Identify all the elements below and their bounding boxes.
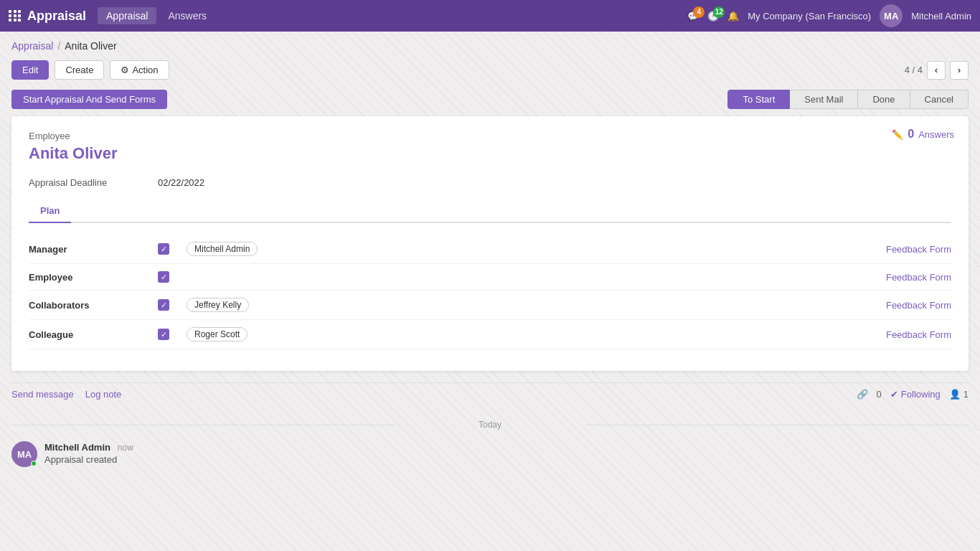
activity-icon[interactable]: 🕐 12 [707,11,719,22]
message-time: now [118,443,133,453]
send-message-link[interactable]: Send message [11,389,74,400]
avatar-initials: MA [17,449,32,460]
row-type-collaborators: Collaborators [29,300,158,311]
chatter: Today MA Mitchell Admin now Appraisal cr… [11,405,969,476]
row-person-collaborators: Jeffrey Kelly [187,298,808,312]
tab-plan[interactable]: Plan [29,199,71,223]
deadline-value: 02/22/2022 [158,177,204,188]
gear-icon: ⚙ [121,65,129,75]
edit-pen-icon: ✏️ [892,129,903,140]
person-tag-manager: Mitchell Admin [187,242,258,256]
start-appraisal-button[interactable]: Start Appraisal And Send Forms [11,90,167,109]
action-label: Action [132,65,158,75]
checkbox-manager: ✓ [158,243,169,255]
topnav: Appraisal Appraisal Answers 💬 4 🕐 12 🔔 M… [0,0,980,32]
main-card: ✏️ 0 Answers Employee Anita Oliver Appra… [11,116,969,371]
tabs: Plan [29,199,951,223]
plan-row-manager: Manager ✓ Mitchell Admin Feedback Form [29,235,951,264]
answers-button[interactable]: ✏️ 0 Answers [892,128,954,141]
create-button[interactable]: Create [55,60,104,80]
chatter-avatar: MA [11,441,37,467]
feedback-link-colleague[interactable]: Feedback Form [886,329,951,340]
breadcrumb: Appraisal / Anita Oliver [0,32,980,57]
paperclip-count: 0 [877,389,882,400]
answers-label: Answers [918,129,954,140]
bottom-right: 🔗 0 ✔ Following 👤 1 [857,389,969,400]
next-button[interactable]: › [950,61,969,80]
paperclip-icon: 🔗 [857,389,868,400]
stage-cancel[interactable]: Cancel [910,90,969,109]
pagination-text: 4 / 4 [905,65,923,75]
stage-sent-mail[interactable]: Sent Mail [789,90,858,109]
action-bar: Edit Create ⚙ Action 4 / 4 ‹ › [0,57,980,85]
log-note-link[interactable]: Log note [85,389,122,400]
activity-badge: 12 [713,6,725,18]
date-divider: Today [11,420,969,430]
row-form-manager: Feedback Form [808,243,951,255]
nav-appraisal[interactable]: Appraisal [98,7,156,24]
chatter-message: MA Mitchell Admin now Appraisal created [11,441,969,467]
employee-name: Anita Oliver [29,144,951,163]
feedback-link-employee[interactable]: Feedback Form [886,272,951,283]
person-tag-collaborators: Jeffrey Kelly [187,298,249,312]
row-form-collaborators: Feedback Form [808,299,951,311]
row-person-colleague: Roger Scott [187,327,808,342]
row-person-manager: Mitchell Admin [187,242,808,256]
checkmark-icon: ✔ [890,389,898,400]
person-icon: 👤 [949,389,961,400]
messages-badge: 4 [693,6,705,18]
row-type-employee: Employee [29,272,158,283]
row-form-colleague: Feedback Form [808,329,951,340]
user-avatar[interactable]: MA [880,4,903,27]
row-check-manager[interactable]: ✓ [158,243,187,255]
message-author: Mitchell Admin [44,442,110,453]
action-button[interactable]: ⚙ Action [110,60,169,80]
plan-row-colleague: Colleague ✓ Roger Scott Feedback Form [29,320,951,349]
row-check-colleague[interactable]: ✓ [158,329,187,340]
grid-icon [9,10,22,22]
pipeline-stages: To Start Sent Mail Done Cancel [727,90,969,109]
online-indicator [31,461,37,466]
followers-count: 👤 1 [949,389,969,400]
following-label: Following [901,389,941,400]
row-form-employee: Feedback Form [808,271,951,283]
feedback-link-manager[interactable]: Feedback Form [886,244,951,255]
deadline-row: Appraisal Deadline 02/22/2022 [29,177,951,188]
breadcrumb-separator: / [57,40,60,52]
user-name: Mitchell Admin [911,11,971,22]
plan-table: Manager ✓ Mitchell Admin Feedback Form E… [29,235,951,349]
nav-answers[interactable]: Answers [159,7,215,24]
plan-row-employee: Employee ✓ Feedback Form [29,264,951,291]
checkbox-employee: ✓ [158,271,169,283]
following-button[interactable]: ✔ Following [890,389,941,400]
row-check-collaborators[interactable]: ✓ [158,299,187,311]
edit-button[interactable]: Edit [11,60,49,80]
app-title: Appraisal [27,9,86,24]
answers-count: 0 [908,128,914,141]
breadcrumb-current: Anita Oliver [65,40,116,52]
breadcrumb-parent[interactable]: Appraisal [11,40,53,52]
stage-done[interactable]: Done [857,90,910,109]
checkbox-collaborators: ✓ [158,299,169,311]
checkbox-colleague: ✓ [158,329,169,340]
company-name: My Company (San Francisco) [748,11,871,22]
main-nav: Appraisal Answers [98,7,676,24]
row-check-employee[interactable]: ✓ [158,271,187,283]
plan-row-collaborators: Collaborators ✓ Jeffrey Kelly Feedback F… [29,291,951,320]
notifications-icon[interactable]: 🔔 [727,11,739,22]
pagination: 4 / 4 ‹ › [905,61,969,80]
app-logo[interactable]: Appraisal [9,9,86,24]
messages-icon[interactable]: 💬 4 [687,11,699,22]
prev-button[interactable]: ‹ [927,61,946,80]
chatter-content: Mitchell Admin now Appraisal created [44,441,133,465]
employee-field-label: Employee [29,131,951,141]
person-tag-colleague: Roger Scott [187,327,248,342]
row-type-manager: Manager [29,244,158,255]
topbar-right: 💬 4 🕐 12 🔔 My Company (San Francisco) MA… [687,4,971,27]
message-text: Appraisal created [44,454,133,465]
row-type-colleague: Colleague [29,329,158,340]
followers-number: 1 [963,389,969,400]
feedback-link-collaborators[interactable]: Feedback Form [886,300,951,311]
pipeline: Start Appraisal And Send Forms To Start … [0,85,980,116]
stage-to-start[interactable]: To Start [727,90,790,109]
